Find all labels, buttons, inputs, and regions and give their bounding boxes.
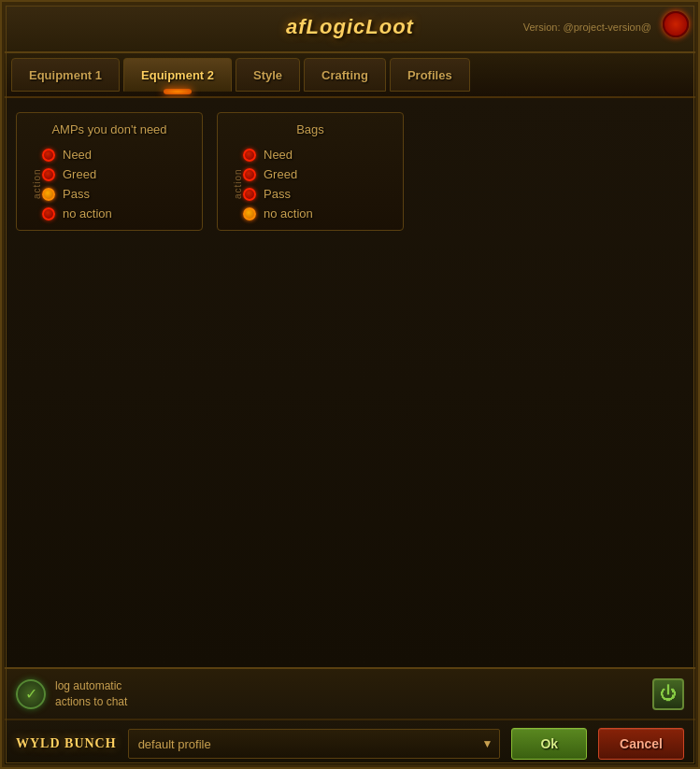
amps-radio-list: Need Greed Pass no action — [42, 148, 193, 221]
tab-style[interactable]: Style — [236, 58, 300, 92]
amps-need-radio[interactable] — [42, 149, 55, 162]
ok-button[interactable]: Ok — [511, 728, 587, 760]
amps-greed-label: Greed — [63, 167, 96, 181]
bags-greed-radio[interactable] — [243, 168, 256, 181]
bags-pass-label: Pass — [264, 187, 291, 201]
tab-crafting[interactable]: Crafting — [304, 58, 386, 92]
bags-noaction-item[interactable]: no action — [243, 206, 393, 221]
amps-panel: AMPs you don't need action Need Greed — [16, 112, 203, 231]
amps-action-label: action — [26, 148, 42, 221]
bags-noaction-label: no action — [264, 206, 313, 221]
bags-pass-item[interactable]: Pass — [243, 187, 393, 201]
amps-greed-radio[interactable] — [42, 168, 55, 181]
tab-profiles-label: Profiles — [407, 68, 452, 82]
amps-panel-content: action Need Greed Pass — [26, 148, 193, 221]
profile-select-wrapper: default profile ▼ — [128, 729, 501, 759]
power-icon: ⏻ — [660, 684, 677, 704]
log-text-line2: actions to chat — [55, 694, 643, 710]
tab-equipment2-label: Equipment 2 — [141, 68, 214, 82]
panels-container: AMPs you don't need action Need Greed — [16, 112, 684, 231]
bags-panel: Bags action Need Greed — [217, 112, 404, 231]
bags-greed-item[interactable]: Greed — [243, 167, 393, 181]
log-text-line1: log automatic — [55, 678, 643, 694]
bags-greed-label: Greed — [264, 167, 297, 181]
bags-pass-radio[interactable] — [243, 188, 256, 201]
log-text: log automatic actions to chat — [55, 678, 643, 710]
tab-style-label: Style — [253, 68, 282, 82]
tab-crafting-label: Crafting — [321, 68, 368, 82]
bottom-bar: ✓ log automatic actions to chat ⏻ — [2, 667, 698, 719]
amps-pass-radio[interactable] — [42, 188, 55, 201]
active-tab-indicator — [164, 89, 192, 94]
amps-need-item[interactable]: Need — [42, 148, 193, 162]
footer-bar: Wyld Bunch default profile ▼ Ok Cancel — [2, 719, 698, 767]
power-button[interactable]: ⏻ — [652, 678, 684, 710]
tab-equipment1-label: Equipment 1 — [29, 68, 102, 82]
guild-name: Wyld Bunch — [16, 736, 117, 751]
amps-pass-label: Pass — [63, 187, 90, 201]
app-title: afLogicLoot — [286, 15, 414, 39]
tab-equipment1[interactable]: Equipment 1 — [11, 58, 120, 92]
bags-need-item[interactable]: Need — [243, 148, 393, 162]
amps-greed-item[interactable]: Greed — [42, 167, 193, 181]
profile-select[interactable]: default profile — [128, 729, 501, 759]
bags-action-label: action — [227, 148, 243, 221]
amps-noaction-label: no action — [63, 206, 112, 221]
tab-equipment2[interactable]: Equipment 2 — [123, 58, 232, 92]
amps-panel-title: AMPs you don't need — [26, 122, 193, 136]
bags-need-label: Need — [264, 148, 293, 162]
amps-need-label: Need — [63, 148, 92, 162]
version-text: Version: @project-version@ — [523, 21, 651, 33]
bags-panel-title: Bags — [227, 122, 393, 136]
bags-need-radio[interactable] — [243, 149, 256, 162]
amps-noaction-item[interactable]: no action — [42, 206, 193, 221]
amps-noaction-radio[interactable] — [42, 207, 55, 221]
log-icon: ✓ — [16, 679, 46, 709]
bags-noaction-radio[interactable] — [243, 207, 256, 221]
bags-radio-list: Need Greed Pass no action — [243, 148, 393, 221]
main-window: afLogicLoot Version: @project-version@ E… — [0, 0, 700, 769]
bags-panel-content: action Need Greed Pass — [227, 148, 393, 221]
tab-profiles[interactable]: Profiles — [390, 58, 470, 92]
content-area: AMPs you don't need action Need Greed — [2, 98, 698, 667]
cancel-button[interactable]: Cancel — [598, 728, 684, 760]
title-bar: afLogicLoot Version: @project-version@ — [2, 2, 698, 53]
close-button[interactable] — [663, 11, 689, 37]
tab-bar: Equipment 1 Equipment 2 Style Crafting P… — [2, 53, 698, 98]
amps-pass-item[interactable]: Pass — [42, 187, 193, 201]
